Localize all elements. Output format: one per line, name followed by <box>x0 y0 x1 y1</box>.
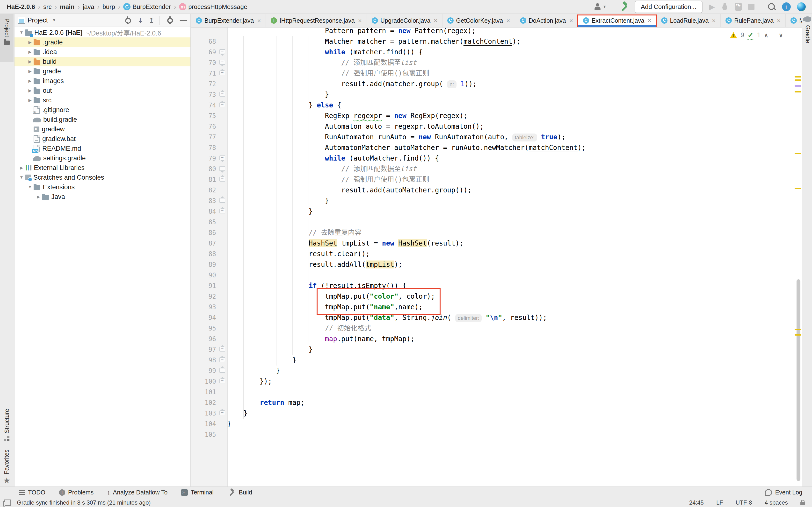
tree-expand-arrow-icon[interactable]: ▶ <box>35 194 42 200</box>
code-line[interactable]: 96 map.put(name, tmpMap); <box>191 334 802 344</box>
project-view-selector[interactable]: Project ▼ <box>18 17 56 24</box>
tree-expand-arrow-icon[interactable]: ▶ <box>27 88 34 93</box>
breadcrumb-item[interactable]: CBurpExtender <box>123 3 171 11</box>
tree-collapse-arrow-icon[interactable]: ▼ <box>18 30 25 35</box>
code-line[interactable]: 92 tmpMap.put("color", color); <box>191 291 802 302</box>
code-line[interactable]: 69− while (matcher.find()) { <box>191 47 802 57</box>
code-line[interactable]: 105 <box>191 429 802 440</box>
tree-expand-arrow-icon[interactable]: ▶ <box>27 98 34 103</box>
tool-strip-tab-favorites[interactable]: Favorites ★ <box>3 450 10 484</box>
code-line[interactable]: 94 tmpMap.put("data", String.join( delim… <box>191 313 802 323</box>
close-tab-icon[interactable]: × <box>712 17 716 24</box>
toolwindow-button-terminal[interactable]: >_Terminal <box>181 489 213 496</box>
gradle-elephant-icon[interactable] <box>804 16 811 22</box>
code-area[interactable]: Pattern pattern = new Pattern(regex);68 … <box>191 27 802 440</box>
code-line[interactable]: 97− } <box>191 344 802 355</box>
tool-strip-tab-project[interactable]: Project <box>0 14 13 62</box>
tree-expand-arrow-icon[interactable]: ▶ <box>27 59 34 64</box>
tree-item-settings.gradle[interactable]: settings.gradle <box>14 153 191 163</box>
code-line[interactable]: 102 return map; <box>191 397 802 408</box>
tree-item-.idea[interactable]: ▶.idea <box>14 47 191 57</box>
toggle-toolwindows-icon[interactable] <box>4 500 11 506</box>
code-line[interactable]: 90 <box>191 270 802 281</box>
fold-marker-icon[interactable]: − <box>219 347 225 351</box>
code-line[interactable]: 81− // 强制用户使用()包裹正则 <box>191 174 802 185</box>
tree-item-images[interactable]: ▶images <box>14 76 191 86</box>
fold-marker-icon[interactable]: − <box>219 49 225 54</box>
editor-tab[interactable]: IIHttpRequestResponse.java× <box>266 14 367 27</box>
fold-marker-icon[interactable]: − <box>219 379 225 383</box>
tree-item-gradlew.bat[interactable]: gradlew.bat <box>14 134 191 144</box>
fold-marker-icon[interactable]: − <box>219 156 225 160</box>
tree-expand-arrow-icon[interactable]: ▶ <box>27 69 34 74</box>
tree-item-gradle[interactable]: ▶gradle <box>14 66 191 76</box>
fold-marker-icon[interactable]: − <box>219 92 225 97</box>
build-hammer-icon[interactable] <box>620 2 628 11</box>
code-line[interactable]: 104} <box>191 418 802 429</box>
code-line[interactable]: 100− }); <box>191 376 802 387</box>
fold-marker-icon[interactable]: − <box>219 60 225 65</box>
code-line[interactable]: Pattern pattern = new Pattern(regex); <box>191 27 802 36</box>
tree-item-gradlew[interactable]: gradlew <box>14 124 191 134</box>
editor-tab[interactable]: CMainUI.java× <box>785 14 802 27</box>
code-line[interactable]: 68 Matcher matcher = pattern.matcher(mat… <box>191 36 802 47</box>
update-icon[interactable]: ↑ <box>782 2 791 11</box>
search-everywhere-icon[interactable] <box>767 3 776 11</box>
code-line[interactable]: 73− } <box>191 89 802 100</box>
breadcrumb-item[interactable]: java <box>83 3 94 11</box>
tree-item-build[interactable]: ▶build <box>14 57 191 66</box>
collapse-all-icon[interactable]: ↥ <box>149 16 153 24</box>
fold-marker-icon[interactable]: − <box>219 209 225 213</box>
fold-marker-icon[interactable]: − <box>219 357 225 362</box>
indent-style[interactable]: 4 spaces <box>765 499 788 506</box>
editor-tab[interactable]: CRulePane.java× <box>721 14 785 27</box>
code-line[interactable]: 84− } <box>191 206 802 217</box>
code-line[interactable]: 88 result.clear(); <box>191 249 802 259</box>
fold-marker-icon[interactable]: − <box>219 166 225 171</box>
editor-tab[interactable]: CLoadRule.java× <box>656 14 721 27</box>
code-line[interactable]: 103− } <box>191 408 802 418</box>
editor-tab[interactable]: CExtractContent.java× <box>578 14 656 27</box>
warning-stripe-mark[interactable] <box>795 91 801 93</box>
code-line[interactable]: 98− } <box>191 355 802 365</box>
tool-strip-tab-structure[interactable]: Structure <box>3 409 10 441</box>
run-with-coverage-icon[interactable] <box>735 3 742 11</box>
tree-expand-arrow-icon[interactable]: ▶ <box>27 50 34 55</box>
toolwindow-button-analyze-dataflow-to[interactable]: ↑↓Analyze Dataflow To <box>107 489 167 496</box>
code-line[interactable]: 80− // 添加匹配数据至list <box>191 164 802 174</box>
code-line[interactable]: 78 AutomatonMatcher autoMatcher = runAut… <box>191 143 802 153</box>
fold-marker-icon[interactable]: − <box>219 70 225 75</box>
tree-item-hae-2.0.6[interactable]: ▼HaE-2.0.6 [HaE]~/Desktop/分享/HaE-2.0.6 <box>14 28 191 38</box>
code-line[interactable]: 91 if (!result.isEmpty()) { <box>191 281 802 291</box>
tree-item-scratchesandconsoles[interactable]: ▼Scratches and Consoles <box>14 173 191 182</box>
warning-stripe-mark[interactable] <box>795 188 801 189</box>
settings-gear-icon[interactable] <box>166 17 173 24</box>
code-line[interactable]: 85 <box>191 217 802 227</box>
tree-item-build.gradle[interactable]: build.gradle <box>14 115 191 124</box>
file-encoding[interactable]: UTF-8 <box>735 499 752 506</box>
code-editor[interactable]: Pattern pattern = new Pattern(regex);68 … <box>191 27 802 487</box>
editor-scrollbar[interactable] <box>797 279 800 481</box>
locate-file-icon[interactable] <box>124 17 131 24</box>
prev-next-problem-icons[interactable]: ∧ ∨ <box>764 32 785 39</box>
close-tab-icon[interactable]: × <box>358 17 362 24</box>
caret-position[interactable]: 24:45 <box>689 499 704 506</box>
close-tab-icon[interactable]: × <box>506 17 510 24</box>
breadcrumb-item[interactable]: HaE-2.0.6 <box>7 3 35 11</box>
tree-collapse-arrow-icon[interactable]: ▼ <box>27 185 34 189</box>
code-line[interactable]: 79− while (autoMatcher.find()) { <box>191 153 802 164</box>
tree-item-extensions[interactable]: ▼Extensions <box>14 182 191 192</box>
gradle-strip-label[interactable]: Gradle <box>804 25 811 43</box>
event-log-button[interactable]: Event Log <box>765 489 802 496</box>
code-line[interactable]: 93 tmpMap.put("name",name); <box>191 302 802 313</box>
code-line[interactable]: 95 // 初始化格式 <box>191 323 802 334</box>
editor-tab[interactable]: CGetColorKey.java× <box>443 14 515 27</box>
tree-item-src[interactable]: ▶src <box>14 95 191 105</box>
warning-stripe-mark[interactable] <box>795 79 801 81</box>
tree-collapse-arrow-icon[interactable]: ▼ <box>18 175 25 180</box>
user-account-icon[interactable]: ▼ <box>594 3 607 11</box>
breadcrumb-item[interactable]: main <box>60 3 75 11</box>
tree-item-externallibraries[interactable]: ▶External Libraries <box>14 163 191 173</box>
code-line[interactable]: 75 RegExp regexpr = new RegExp(regex); <box>191 111 802 121</box>
code-line[interactable]: 70− // 添加匹配数据至list <box>191 57 802 68</box>
